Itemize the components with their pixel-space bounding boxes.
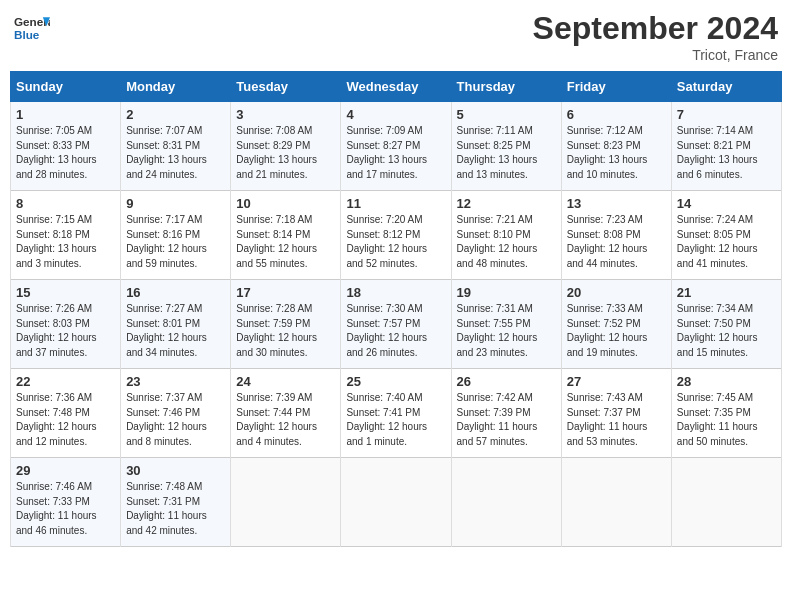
day-number: 13 xyxy=(567,196,666,211)
cell-info: Sunrise: 7:23 AM Sunset: 8:08 PM Dayligh… xyxy=(567,213,666,271)
header-day-thursday: Thursday xyxy=(451,72,561,102)
day-number: 22 xyxy=(16,374,115,389)
calendar-cell: 10Sunrise: 7:18 AM Sunset: 8:14 PM Dayli… xyxy=(231,191,341,280)
calendar-cell: 6Sunrise: 7:12 AM Sunset: 8:23 PM Daylig… xyxy=(561,102,671,191)
header-day-saturday: Saturday xyxy=(671,72,781,102)
header-day-sunday: Sunday xyxy=(11,72,121,102)
calendar-cell: 4Sunrise: 7:09 AM Sunset: 8:27 PM Daylig… xyxy=(341,102,451,191)
day-number: 12 xyxy=(457,196,556,211)
cell-info: Sunrise: 7:15 AM Sunset: 8:18 PM Dayligh… xyxy=(16,213,115,271)
day-number: 23 xyxy=(126,374,225,389)
cell-info: Sunrise: 7:12 AM Sunset: 8:23 PM Dayligh… xyxy=(567,124,666,182)
day-number: 20 xyxy=(567,285,666,300)
calendar-cell: 8Sunrise: 7:15 AM Sunset: 8:18 PM Daylig… xyxy=(11,191,121,280)
calendar-week-2: 8Sunrise: 7:15 AM Sunset: 8:18 PM Daylig… xyxy=(11,191,782,280)
calendar-cell: 12Sunrise: 7:21 AM Sunset: 8:10 PM Dayli… xyxy=(451,191,561,280)
day-number: 21 xyxy=(677,285,776,300)
calendar-cell: 30Sunrise: 7:48 AM Sunset: 7:31 PM Dayli… xyxy=(121,458,231,547)
cell-info: Sunrise: 7:48 AM Sunset: 7:31 PM Dayligh… xyxy=(126,480,225,538)
calendar-cell: 20Sunrise: 7:33 AM Sunset: 7:52 PM Dayli… xyxy=(561,280,671,369)
cell-info: Sunrise: 7:33 AM Sunset: 7:52 PM Dayligh… xyxy=(567,302,666,360)
calendar-cell: 28Sunrise: 7:45 AM Sunset: 7:35 PM Dayli… xyxy=(671,369,781,458)
cell-info: Sunrise: 7:17 AM Sunset: 8:16 PM Dayligh… xyxy=(126,213,225,271)
calendar-cell: 22Sunrise: 7:36 AM Sunset: 7:48 PM Dayli… xyxy=(11,369,121,458)
calendar-cell: 16Sunrise: 7:27 AM Sunset: 8:01 PM Dayli… xyxy=(121,280,231,369)
calendar-cell: 9Sunrise: 7:17 AM Sunset: 8:16 PM Daylig… xyxy=(121,191,231,280)
header-day-friday: Friday xyxy=(561,72,671,102)
day-number: 3 xyxy=(236,107,335,122)
cell-info: Sunrise: 7:11 AM Sunset: 8:25 PM Dayligh… xyxy=(457,124,556,182)
calendar-cell: 25Sunrise: 7:40 AM Sunset: 7:41 PM Dayli… xyxy=(341,369,451,458)
day-number: 24 xyxy=(236,374,335,389)
cell-info: Sunrise: 7:18 AM Sunset: 8:14 PM Dayligh… xyxy=(236,213,335,271)
day-number: 14 xyxy=(677,196,776,211)
day-number: 26 xyxy=(457,374,556,389)
cell-info: Sunrise: 7:30 AM Sunset: 7:57 PM Dayligh… xyxy=(346,302,445,360)
calendar-cell: 23Sunrise: 7:37 AM Sunset: 7:46 PM Dayli… xyxy=(121,369,231,458)
header-day-monday: Monday xyxy=(121,72,231,102)
calendar-cell: 5Sunrise: 7:11 AM Sunset: 8:25 PM Daylig… xyxy=(451,102,561,191)
day-number: 27 xyxy=(567,374,666,389)
header: General Blue September 2024 Tricot, Fran… xyxy=(10,10,782,63)
calendar-cell: 21Sunrise: 7:34 AM Sunset: 7:50 PM Dayli… xyxy=(671,280,781,369)
calendar-cell: 15Sunrise: 7:26 AM Sunset: 8:03 PM Dayli… xyxy=(11,280,121,369)
logo-icon: General Blue xyxy=(14,10,50,46)
header-day-wednesday: Wednesday xyxy=(341,72,451,102)
cell-info: Sunrise: 7:20 AM Sunset: 8:12 PM Dayligh… xyxy=(346,213,445,271)
cell-info: Sunrise: 7:37 AM Sunset: 7:46 PM Dayligh… xyxy=(126,391,225,449)
cell-info: Sunrise: 7:26 AM Sunset: 8:03 PM Dayligh… xyxy=(16,302,115,360)
day-number: 11 xyxy=(346,196,445,211)
cell-info: Sunrise: 7:28 AM Sunset: 7:59 PM Dayligh… xyxy=(236,302,335,360)
day-number: 9 xyxy=(126,196,225,211)
calendar-cell: 24Sunrise: 7:39 AM Sunset: 7:44 PM Dayli… xyxy=(231,369,341,458)
calendar-cell xyxy=(231,458,341,547)
calendar-cell: 13Sunrise: 7:23 AM Sunset: 8:08 PM Dayli… xyxy=(561,191,671,280)
cell-info: Sunrise: 7:42 AM Sunset: 7:39 PM Dayligh… xyxy=(457,391,556,449)
day-number: 30 xyxy=(126,463,225,478)
calendar-cell: 11Sunrise: 7:20 AM Sunset: 8:12 PM Dayli… xyxy=(341,191,451,280)
calendar-cell: 27Sunrise: 7:43 AM Sunset: 7:37 PM Dayli… xyxy=(561,369,671,458)
cell-info: Sunrise: 7:24 AM Sunset: 8:05 PM Dayligh… xyxy=(677,213,776,271)
cell-info: Sunrise: 7:46 AM Sunset: 7:33 PM Dayligh… xyxy=(16,480,115,538)
calendar-cell: 2Sunrise: 7:07 AM Sunset: 8:31 PM Daylig… xyxy=(121,102,231,191)
day-number: 25 xyxy=(346,374,445,389)
calendar-week-1: 1Sunrise: 7:05 AM Sunset: 8:33 PM Daylig… xyxy=(11,102,782,191)
calendar-cell: 1Sunrise: 7:05 AM Sunset: 8:33 PM Daylig… xyxy=(11,102,121,191)
month-title: September 2024 xyxy=(533,10,778,47)
day-number: 16 xyxy=(126,285,225,300)
cell-info: Sunrise: 7:45 AM Sunset: 7:35 PM Dayligh… xyxy=(677,391,776,449)
day-number: 5 xyxy=(457,107,556,122)
calendar-table: SundayMondayTuesdayWednesdayThursdayFrid… xyxy=(10,71,782,547)
cell-info: Sunrise: 7:08 AM Sunset: 8:29 PM Dayligh… xyxy=(236,124,335,182)
calendar-week-5: 29Sunrise: 7:46 AM Sunset: 7:33 PM Dayli… xyxy=(11,458,782,547)
cell-info: Sunrise: 7:40 AM Sunset: 7:41 PM Dayligh… xyxy=(346,391,445,449)
day-number: 19 xyxy=(457,285,556,300)
cell-info: Sunrise: 7:14 AM Sunset: 8:21 PM Dayligh… xyxy=(677,124,776,182)
day-number: 1 xyxy=(16,107,115,122)
cell-info: Sunrise: 7:34 AM Sunset: 7:50 PM Dayligh… xyxy=(677,302,776,360)
day-number: 8 xyxy=(16,196,115,211)
title-area: September 2024 Tricot, France xyxy=(533,10,778,63)
day-number: 18 xyxy=(346,285,445,300)
day-number: 29 xyxy=(16,463,115,478)
day-number: 6 xyxy=(567,107,666,122)
calendar-cell: 3Sunrise: 7:08 AM Sunset: 8:29 PM Daylig… xyxy=(231,102,341,191)
cell-info: Sunrise: 7:27 AM Sunset: 8:01 PM Dayligh… xyxy=(126,302,225,360)
cell-info: Sunrise: 7:05 AM Sunset: 8:33 PM Dayligh… xyxy=(16,124,115,182)
calendar-cell: 17Sunrise: 7:28 AM Sunset: 7:59 PM Dayli… xyxy=(231,280,341,369)
day-number: 15 xyxy=(16,285,115,300)
calendar-week-4: 22Sunrise: 7:36 AM Sunset: 7:48 PM Dayli… xyxy=(11,369,782,458)
calendar-cell: 18Sunrise: 7:30 AM Sunset: 7:57 PM Dayli… xyxy=(341,280,451,369)
calendar-cell: 14Sunrise: 7:24 AM Sunset: 8:05 PM Dayli… xyxy=(671,191,781,280)
cell-info: Sunrise: 7:43 AM Sunset: 7:37 PM Dayligh… xyxy=(567,391,666,449)
cell-info: Sunrise: 7:31 AM Sunset: 7:55 PM Dayligh… xyxy=(457,302,556,360)
calendar-cell xyxy=(671,458,781,547)
calendar-header-row: SundayMondayTuesdayWednesdayThursdayFrid… xyxy=(11,72,782,102)
location: Tricot, France xyxy=(533,47,778,63)
day-number: 4 xyxy=(346,107,445,122)
calendar-cell: 7Sunrise: 7:14 AM Sunset: 8:21 PM Daylig… xyxy=(671,102,781,191)
calendar-cell: 26Sunrise: 7:42 AM Sunset: 7:39 PM Dayli… xyxy=(451,369,561,458)
calendar-cell xyxy=(561,458,671,547)
day-number: 2 xyxy=(126,107,225,122)
day-number: 10 xyxy=(236,196,335,211)
